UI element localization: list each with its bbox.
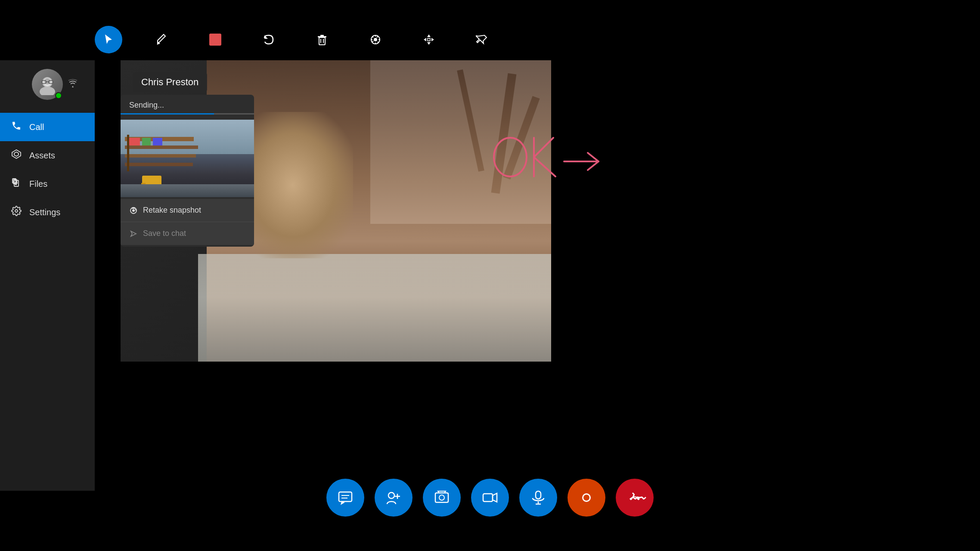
snapshot-progress-bar (121, 113, 214, 115)
video-area: Chris Preston Sending... (95, 60, 980, 430)
svg-rect-3 (323, 39, 324, 43)
save-to-chat-label: Save to chat (143, 229, 186, 238)
sidebar-item-files[interactable]: Files (0, 170, 95, 198)
chat-button[interactable] (326, 479, 364, 517)
sidebar-assets-label: Assets (29, 151, 55, 161)
undo-button[interactable] (255, 26, 282, 53)
sidebar-item-settings[interactable]: Settings (0, 198, 95, 226)
svg-rect-4 (318, 36, 326, 37)
snapshot-progress-bar-container (121, 113, 254, 115)
hangup-button[interactable] (616, 479, 654, 517)
svg-rect-8 (428, 38, 430, 41)
svg-marker-16 (12, 150, 21, 158)
svg-rect-27 (132, 208, 135, 209)
user-avatar-container (32, 69, 63, 100)
sidebar-navigation: Call Assets File (0, 113, 95, 226)
snapshot-sending-label: Sending... (121, 95, 254, 113)
sidebar-settings-label: Settings (29, 207, 60, 217)
move-button[interactable] (415, 26, 443, 53)
svg-point-26 (132, 209, 135, 212)
svg-rect-46 (483, 494, 493, 501)
cursor-tool-button[interactable] (95, 26, 122, 53)
retake-snapshot-label: Retake snapshot (143, 206, 201, 215)
snapshot-actions: Retake snapshot Save to chat (121, 197, 254, 247)
retake-snapshot-button[interactable]: Retake snapshot (121, 199, 254, 222)
snapshot-panel: Sending... (121, 95, 254, 247)
video-button[interactable] (471, 479, 509, 517)
pin-button[interactable] (468, 26, 496, 53)
snapshot-image (121, 120, 254, 197)
svg-rect-37 (339, 492, 352, 501)
assets-icon (10, 149, 22, 162)
mic-button[interactable] (519, 479, 557, 517)
svg-point-10 (40, 87, 55, 95)
video-feed: Chris Preston Sending... (121, 60, 551, 362)
add-participant-button[interactable] (375, 479, 412, 517)
svg-rect-44 (435, 493, 448, 502)
participant-name-tag: Chris Preston (133, 72, 207, 92)
svg-rect-48 (536, 491, 541, 499)
sidebar-files-label: Files (29, 179, 47, 189)
pen-tool-button[interactable] (148, 26, 176, 53)
ar-settings-button[interactable] (362, 26, 389, 53)
call-icon (10, 121, 22, 133)
svg-point-45 (439, 495, 444, 500)
record-button[interactable] (568, 479, 605, 517)
wifi-icon (68, 79, 78, 90)
toolbar (95, 26, 496, 53)
svg-rect-5 (320, 35, 324, 36)
svg-rect-28 (135, 209, 136, 210)
sidebar-call-label: Call (29, 122, 44, 132)
snapshot-button[interactable] (423, 479, 461, 517)
svg-marker-17 (14, 152, 19, 156)
svg-marker-47 (493, 493, 497, 502)
files-icon (10, 177, 22, 190)
sidebar: Call Assets File (0, 60, 95, 491)
sidebar-item-call[interactable]: Call (0, 113, 95, 141)
svg-rect-2 (320, 39, 321, 43)
shape-tool-button[interactable] (202, 26, 229, 53)
user-online-status (55, 92, 62, 99)
settings-icon (10, 206, 22, 219)
sidebar-item-assets[interactable]: Assets (0, 141, 95, 170)
svg-point-7 (374, 38, 377, 41)
save-to-chat-button[interactable]: Save to chat (121, 222, 254, 245)
participant-name-text: Chris Preston (141, 77, 198, 87)
svg-point-41 (388, 492, 394, 498)
delete-button[interactable] (308, 26, 336, 53)
svg-point-52 (583, 495, 589, 501)
call-controls (326, 479, 654, 517)
svg-marker-29 (131, 231, 136, 236)
svg-point-24 (15, 210, 18, 212)
svg-rect-1 (319, 37, 325, 45)
